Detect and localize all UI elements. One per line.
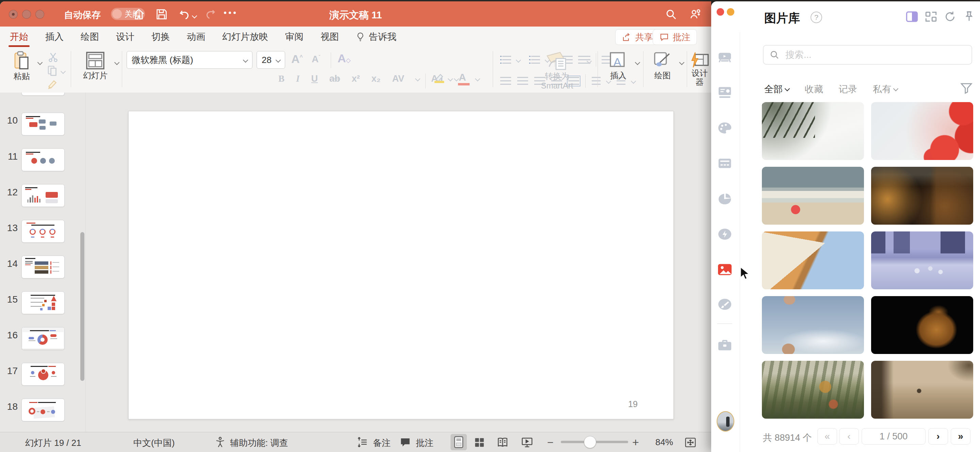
draw-chevron[interactable] (679, 60, 685, 65)
new-slide-chevron[interactable] (115, 60, 120, 65)
paste-options-chevron[interactable] (37, 60, 43, 65)
layout-switch-icon[interactable] (925, 11, 937, 24)
quick-flash-icon[interactable] (717, 228, 733, 240)
tab-insert[interactable]: 插入 (45, 31, 64, 43)
comments-status-button[interactable]: 批注 (416, 437, 434, 449)
slide-sorter-view-icon[interactable] (474, 437, 485, 450)
designer-button[interactable]: 设计器 (689, 51, 710, 86)
filter-all[interactable]: 全部 (764, 83, 789, 95)
zoom-out-button[interactable]: − (547, 436, 554, 449)
smartart-label-line1: 转换为 (528, 72, 586, 81)
data-table-icon[interactable] (717, 157, 732, 170)
zoom-in-button[interactable]: + (632, 436, 639, 449)
tab-view[interactable]: 视图 (320, 31, 340, 43)
draw-button[interactable]: 绘图 (647, 51, 678, 81)
tab-slideshow[interactable]: 幻灯片放映 (221, 31, 269, 43)
panel-minimize-button[interactable] (727, 8, 734, 16)
insert-chevron[interactable] (635, 60, 640, 65)
new-slide-button[interactable]: 幻灯片 (78, 51, 113, 81)
font-name-select[interactable]: 微软雅黑 (标题) (127, 51, 253, 69)
slide-canvas[interactable]: 19 (128, 111, 674, 419)
library-image-beach-wave-ball[interactable] (762, 167, 864, 224)
color-palette-icon[interactable] (717, 121, 733, 135)
collapse-panel-icon[interactable] (906, 11, 918, 24)
library-image-orange-cat[interactable] (871, 296, 973, 354)
thumbnail-slide-14[interactable] (21, 256, 65, 279)
thumbnail-preview (22, 256, 64, 278)
next-page-button[interactable]: › (928, 428, 948, 444)
thumbnail-slide-10[interactable] (21, 113, 65, 135)
notes-button[interactable]: 备注 (373, 437, 391, 449)
zoom-window-button[interactable] (35, 10, 44, 19)
toolbox-icon[interactable] (717, 339, 733, 352)
slideshow-view-icon[interactable] (520, 436, 533, 451)
font-size-select[interactable]: 28 (256, 51, 285, 69)
filter-private[interactable]: 私有 (873, 83, 898, 95)
library-image-rainy-street[interactable] (871, 361, 973, 419)
minimize-window-button[interactable] (22, 10, 31, 19)
thumbnail-slide-9-partial[interactable] (21, 92, 65, 95)
comments-button[interactable]: 批注 (653, 29, 697, 45)
help-icon[interactable]: ? (811, 11, 822, 23)
save-icon[interactable] (155, 8, 169, 22)
video-projector-icon[interactable] (717, 50, 732, 64)
prev-page-button[interactable]: ‹ (839, 428, 859, 444)
search-input[interactable] (785, 49, 966, 60)
undo-icon[interactable] (178, 8, 191, 22)
thumbnail-slide-18[interactable] (21, 399, 65, 421)
library-image-greenhouse-garden[interactable] (762, 361, 864, 419)
tab-transitions[interactable]: 切换 (151, 31, 170, 43)
filter-funnel-icon[interactable] (960, 82, 972, 95)
subscript-icon: x₂ (372, 73, 381, 84)
library-image-red-flowers[interactable] (871, 102, 973, 160)
close-window-button[interactable] (9, 10, 18, 19)
library-image-palm-leaves[interactable] (762, 102, 864, 160)
more-toolbar-options-icon[interactable] (224, 11, 236, 14)
user-avatar[interactable] (717, 411, 734, 431)
insert-text-box-button[interactable]: A 插入 (603, 51, 633, 81)
thumbnail-slide-15[interactable] (21, 291, 65, 314)
paint-brush-icon[interactable] (717, 298, 733, 311)
image-library-icon[interactable] (717, 263, 733, 276)
filter-favorites[interactable]: 收藏 (805, 83, 823, 95)
status-bar: 幻灯片 19 / 21 中文(中国) 辅助功能: 调查 备注 批注 (0, 432, 711, 452)
pin-icon[interactable] (963, 10, 975, 24)
tab-design[interactable]: 设计 (115, 31, 135, 43)
library-image-sky-hands[interactable] (762, 296, 864, 354)
home-icon[interactable] (132, 8, 146, 22)
search-icon[interactable] (664, 8, 678, 22)
thumbnail-slide-16[interactable] (21, 327, 65, 350)
last-page-button[interactable]: » (951, 428, 970, 444)
tab-review[interactable]: 审阅 (285, 31, 304, 43)
reading-view-icon[interactable] (496, 436, 509, 451)
accessibility-status[interactable]: 辅助功能: 调查 (230, 437, 288, 449)
thumbnail-slide-11[interactable] (21, 148, 65, 171)
undo-dropdown-chevron[interactable] (192, 13, 197, 19)
filter-history[interactable]: 记录 (839, 83, 857, 95)
page-indicator[interactable]: 1 / 500 (862, 428, 926, 444)
paste-button[interactable]: 粘贴 (8, 51, 36, 82)
normal-view-button[interactable] (450, 434, 467, 450)
thumbnail-slide-17[interactable] (21, 363, 65, 386)
media-card-icon[interactable] (717, 86, 732, 99)
refresh-icon[interactable] (944, 11, 956, 24)
share-presentation-icon[interactable] (688, 8, 702, 23)
panel-close-button[interactable] (717, 8, 724, 16)
slide-counter[interactable]: 幻灯片 19 / 21 (25, 437, 81, 449)
language-indicator[interactable]: 中文(中国) (134, 437, 175, 449)
zoom-slider-thumb[interactable] (584, 436, 596, 448)
zoom-level[interactable]: 84% (655, 437, 673, 447)
thumbnail-slide-12[interactable] (21, 184, 65, 207)
tab-home[interactable]: 开始 (9, 31, 29, 43)
library-image-wooden-balcony[interactable] (762, 231, 864, 289)
tab-animations[interactable]: 动画 (186, 31, 206, 43)
fit-slide-to-window-icon[interactable] (684, 436, 697, 451)
tab-drawing[interactable]: 绘图 (80, 31, 100, 43)
thumbnail-slide-13[interactable] (21, 220, 65, 243)
pie-chart-icon[interactable] (717, 192, 732, 205)
tab-tell-me[interactable]: 告诉我 (355, 31, 397, 43)
thumbnail-scrollbar[interactable] (80, 232, 84, 381)
first-page-button[interactable]: « (817, 428, 837, 444)
library-image-dusk-plaza[interactable] (871, 231, 973, 289)
library-image-night-terrace[interactable] (871, 167, 973, 224)
